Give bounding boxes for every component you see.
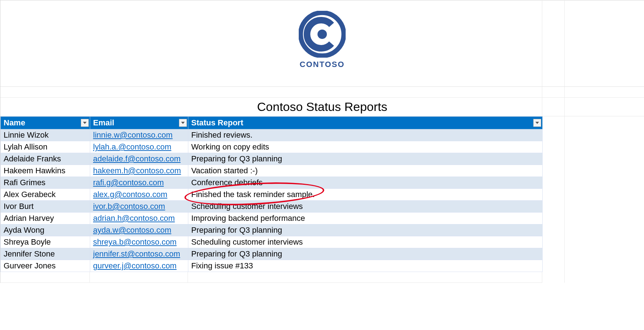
- table-row[interactable]: Alex Gerabeckalex.g@contoso.comFinished …: [1, 189, 543, 201]
- cell-status[interactable]: Working on copy edits: [188, 141, 543, 153]
- cell-name[interactable]: Adelaide Franks: [1, 153, 90, 165]
- cell-email[interactable]: rafi.g@contoso.com: [90, 177, 188, 189]
- col-header-name-label: Name: [4, 118, 25, 127]
- email-link[interactable]: adelaide.f@contoso.com: [93, 154, 180, 163]
- col-header-email[interactable]: Email: [90, 117, 188, 129]
- cell-email[interactable]: linnie.w@contoso.com: [90, 129, 188, 141]
- cell-email[interactable]: lylah.a.@contoso.com: [90, 141, 188, 153]
- filter-button-name[interactable]: [81, 119, 89, 127]
- cell-email[interactable]: shreya.b@contoso.com: [90, 236, 188, 248]
- email-link[interactable]: rafi.g@contoso.com: [93, 178, 164, 187]
- email-link[interactable]: gurveer.j@contoso.com: [93, 261, 176, 270]
- table-row[interactable]: Adelaide Franksadelaide.f@contoso.comPre…: [1, 153, 543, 165]
- contoso-logo-icon: [299, 11, 346, 58]
- cell-name[interactable]: Linnie Wizok: [1, 129, 90, 141]
- cell-email[interactable]: gurveer.j@contoso.com: [90, 260, 188, 272]
- filter-button-email[interactable]: [179, 119, 187, 127]
- cell-status[interactable]: Improving backend performance: [188, 213, 543, 224]
- cell-name[interactable]: Ayda Wong: [1, 224, 90, 236]
- svg-point-1: [317, 30, 327, 39]
- cell-status[interactable]: Preparing for Q3 planning: [188, 153, 543, 165]
- cell-email[interactable]: adrian.h@contoso.com: [90, 213, 188, 224]
- chevron-down-icon: [535, 122, 539, 124]
- empty-row: [0, 272, 644, 283]
- cell-name[interactable]: Lylah Allison: [1, 141, 90, 153]
- cell-status[interactable]: Vacation started :-): [188, 165, 543, 177]
- cell-email[interactable]: jennifer.st@contoso.com: [90, 248, 188, 260]
- cell-status[interactable]: Scheduling customer interviews: [188, 236, 543, 248]
- status-table: Name Email Status Report: [0, 116, 543, 272]
- cell-status[interactable]: Preparing for Q3 planning: [188, 248, 543, 260]
- col-header-status-label: Status Report: [191, 118, 243, 127]
- table-row[interactable]: Shreya Boyleshreya.b@contoso.comScheduli…: [1, 236, 543, 248]
- email-link[interactable]: ivor.b@contoso.com: [93, 202, 165, 211]
- table-row[interactable]: Hakeem Hawkinshakeem.h@contoso.comVacati…: [1, 165, 543, 177]
- filter-button-status[interactable]: [533, 119, 541, 127]
- cell-status[interactable]: Preparing for Q3 planning: [188, 224, 543, 236]
- cell-status[interactable]: Fixing issue #133: [188, 260, 543, 272]
- table-row[interactable]: Ayda Wongayda.w@contoso.comPreparing for…: [1, 224, 543, 236]
- email-link[interactable]: alex.g@contoso.com: [93, 190, 167, 199]
- email-link[interactable]: shreya.b@contoso.com: [93, 237, 176, 246]
- table-header-row: Name Email Status Report: [1, 117, 543, 129]
- cell-email[interactable]: hakeem.h@contoso.com: [90, 165, 188, 177]
- cell-name[interactable]: Shreya Boyle: [1, 236, 90, 248]
- cell-name[interactable]: Gurveer Jones: [1, 260, 90, 272]
- cell-email[interactable]: adelaide.f@contoso.com: [90, 153, 188, 165]
- chevron-down-icon: [83, 122, 87, 124]
- svg-marker-2: [83, 122, 87, 124]
- cell-email[interactable]: ayda.w@contoso.com: [90, 224, 188, 236]
- svg-marker-3: [181, 122, 185, 124]
- cell-name[interactable]: Jennifer Stone: [1, 248, 90, 260]
- email-link[interactable]: linnie.w@contoso.com: [93, 130, 172, 139]
- svg-marker-4: [535, 122, 539, 124]
- table-row[interactable]: Linnie Wizoklinnie.w@contoso.comFinished…: [1, 129, 543, 141]
- spacer-row: [0, 87, 644, 98]
- cell-name[interactable]: Ivor Burt: [1, 201, 90, 213]
- cell-status[interactable]: Finished reviews.: [188, 129, 543, 141]
- brand-name: CONTOSO: [300, 60, 345, 69]
- table-row[interactable]: Ivor Burtivor.b@contoso.comScheduling cu…: [1, 201, 543, 213]
- chevron-down-icon: [181, 122, 185, 124]
- col-header-email-label: Email: [93, 118, 114, 127]
- cell-email[interactable]: alex.g@contoso.com: [90, 189, 188, 201]
- cell-status[interactable]: Conference debriefs: [188, 177, 543, 189]
- email-link[interactable]: ayda.w@contoso.com: [93, 226, 171, 235]
- logo-row: CONTOSO: [0, 0, 644, 87]
- cell-name[interactable]: Alex Gerabeck: [1, 189, 90, 201]
- email-link[interactable]: hakeem.h@contoso.com: [93, 166, 181, 175]
- table-row[interactable]: Jennifer Stonejennifer.st@contoso.comPre…: [1, 248, 543, 260]
- email-link[interactable]: jennifer.st@contoso.com: [93, 249, 180, 258]
- email-link[interactable]: adrian.h@contoso.com: [93, 214, 175, 223]
- page-title: Contoso Status Reports: [0, 98, 644, 116]
- table-row[interactable]: Adrian Harveyadrian.h@contoso.comImprovi…: [1, 213, 543, 224]
- cell-email[interactable]: ivor.b@contoso.com: [90, 201, 188, 213]
- cell-name[interactable]: Rafi Grimes: [1, 177, 90, 189]
- cell-status[interactable]: Scheduling customer interviews: [188, 201, 543, 213]
- brand-logo: CONTOSO: [299, 11, 346, 69]
- cell-name[interactable]: Hakeem Hawkins: [1, 165, 90, 177]
- cell-status[interactable]: Finished the task reminder sample.: [188, 189, 543, 201]
- cell-name[interactable]: Adrian Harvey: [1, 213, 90, 224]
- col-header-name[interactable]: Name: [1, 117, 90, 129]
- table-row[interactable]: Lylah Allisonlylah.a.@contoso.comWorking…: [1, 141, 543, 153]
- table-row[interactable]: Rafi Grimesrafi.g@contoso.comConference …: [1, 177, 543, 189]
- email-link[interactable]: lylah.a.@contoso.com: [93, 142, 171, 151]
- table-row[interactable]: Gurveer Jonesgurveer.j@contoso.comFixing…: [1, 260, 543, 272]
- col-header-status[interactable]: Status Report: [188, 117, 543, 129]
